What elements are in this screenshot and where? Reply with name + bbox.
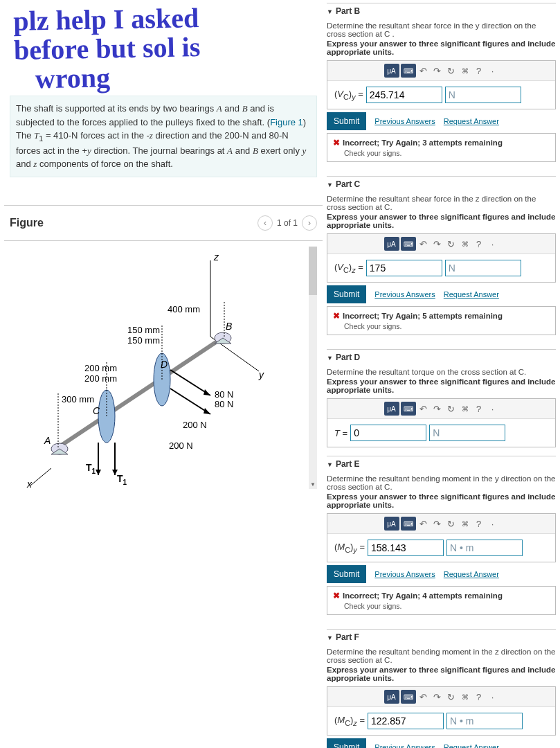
svg-text:400 mm: 400 mm [168, 304, 200, 314]
svg-text:T1: T1 [117, 473, 127, 486]
part-f-submit-button[interactable]: Submit [327, 738, 366, 748]
redo-icon[interactable]: ↷ [431, 691, 444, 703]
part-b-header[interactable]: ▼Part B [327, 6, 556, 16]
part-d-value-input[interactable] [350, 425, 426, 441]
help-icon[interactable]: ? [473, 238, 485, 250]
shortcut-icon[interactable]: ⌘ [459, 691, 471, 703]
incorrect-icon: ✖ [333, 139, 340, 147]
help-icon[interactable]: ? [473, 517, 485, 530]
redo-icon[interactable]: ↷ [431, 64, 444, 77]
templates-icon[interactable]: μA [384, 237, 399, 251]
part-e-request-answer-link[interactable]: Request Answer [444, 570, 499, 578]
svg-text:150 mm: 150 mm [127, 335, 160, 346]
part-b-request-answer-link[interactable]: Request Answer [444, 117, 499, 125]
svg-line-2 [30, 468, 51, 486]
svg-text:80 N: 80 N [215, 389, 233, 400]
more-icon[interactable]: · [487, 402, 499, 415]
part-d-var: T = [334, 428, 347, 438]
part-b-unit-input[interactable]: N [445, 87, 521, 103]
scroll-down-icon[interactable]: ▼ [309, 481, 317, 489]
part-f-prev-answers-link[interactable]: Previous Answers [374, 743, 435, 748]
caret-down-icon: ▼ [327, 461, 333, 468]
figure-title: Figure [10, 217, 44, 229]
part-c-header[interactable]: ▼Part C [327, 179, 556, 189]
part-c: ▼Part C Determine the resultant shear fo… [327, 176, 556, 345]
svg-text:A: A [44, 435, 51, 446]
part-c-submit-button[interactable]: Submit [327, 285, 366, 303]
shortcut-icon[interactable]: ⌘ [459, 517, 471, 530]
templates-icon[interactable]: μA [384, 64, 399, 78]
keyboard-icon[interactable]: ⌨ [401, 64, 416, 78]
figure-svg: z y x A B C D [10, 247, 314, 489]
part-f-unit-input[interactable]: N • m [446, 713, 523, 729]
keyboard-icon[interactable]: ⌨ [401, 517, 416, 531]
svg-text:80 N: 80 N [215, 399, 233, 409]
incorrect-icon: ✖ [333, 591, 340, 600]
part-f-instruction: Express your answer to three significant… [327, 666, 556, 682]
help-icon[interactable]: ? [473, 64, 485, 77]
scrollbar-thumb[interactable] [309, 247, 317, 295]
part-c-unit-input[interactable]: N [445, 260, 521, 276]
part-d-instruction: Express your answer to three significant… [327, 377, 556, 394]
undo-icon[interactable]: ↶ [417, 517, 430, 530]
templates-icon[interactable]: μA [384, 402, 399, 416]
part-b-submit-button[interactable]: Submit [327, 112, 366, 130]
part-b-value-input[interactable] [366, 87, 442, 103]
templates-icon[interactable]: μA [384, 517, 399, 531]
part-e-unit-input[interactable]: N • m [446, 540, 523, 556]
part-b-instruction: Express your answer to three significant… [327, 39, 556, 56]
help-icon[interactable]: ? [473, 402, 485, 415]
reset-icon[interactable]: ↻ [445, 517, 458, 530]
part-e: ▼Part E Determine the resultant bending … [327, 456, 556, 625]
part-e-instruction: Express your answer to three significant… [327, 492, 556, 509]
part-f-request-answer-link[interactable]: Request Answer [444, 743, 499, 748]
part-b-desc: Determine the resultant shear force in t… [327, 21, 556, 38]
part-d-unit-input[interactable]: N [429, 425, 505, 441]
svg-text:200 mm: 200 mm [84, 373, 117, 384]
part-c-request-answer-link[interactable]: Request Answer [444, 290, 499, 299]
part-b-prev-answers-link[interactable]: Previous Answers [374, 117, 435, 125]
shortcut-icon[interactable]: ⌘ [459, 402, 471, 415]
undo-icon[interactable]: ↶ [417, 238, 430, 250]
redo-icon[interactable]: ↷ [431, 517, 444, 530]
undo-icon[interactable]: ↶ [417, 691, 430, 703]
part-d-header[interactable]: ▼Part D [327, 353, 556, 362]
redo-icon[interactable]: ↷ [431, 238, 444, 250]
part-e-prev-answers-link[interactable]: Previous Answers [374, 570, 435, 578]
keyboard-icon[interactable]: ⌨ [401, 402, 416, 416]
part-e-feedback: ✖Incorrect; Try Again; 4 attempts remain… [327, 586, 556, 615]
part-c-value-input[interactable] [366, 260, 442, 276]
reset-icon[interactable]: ↻ [445, 238, 458, 250]
templates-icon[interactable]: μA [384, 690, 399, 704]
part-e-value-input[interactable] [368, 540, 444, 556]
more-icon[interactable]: · [487, 238, 499, 250]
keyboard-icon[interactable]: ⌨ [401, 237, 416, 251]
reset-icon[interactable]: ↻ [445, 64, 458, 77]
reset-icon[interactable]: ↻ [445, 402, 458, 415]
reset-icon[interactable]: ↻ [445, 691, 458, 703]
part-f-value-input[interactable] [368, 713, 444, 729]
shortcut-icon[interactable]: ⌘ [459, 238, 471, 250]
caret-down-icon: ▼ [327, 355, 333, 362]
keyboard-icon[interactable]: ⌨ [401, 690, 416, 704]
undo-icon[interactable]: ↶ [417, 64, 430, 77]
part-f-header[interactable]: ▼Part F [327, 632, 556, 642]
more-icon[interactable]: · [487, 691, 499, 703]
redo-icon[interactable]: ↷ [431, 402, 444, 415]
figure-next-button[interactable]: › [302, 215, 317, 231]
more-icon[interactable]: · [487, 517, 499, 530]
figure-prev-button[interactable]: ‹ [258, 215, 273, 231]
undo-icon[interactable]: ↶ [417, 402, 430, 415]
shortcut-icon[interactable]: ⌘ [459, 64, 471, 77]
figure-link[interactable]: Figure 1 [270, 117, 303, 127]
part-b-input-box: μA ⌨ ↶ ↷ ↻ ⌘ ? · (VC)y = N [327, 60, 556, 109]
part-c-prev-answers-link[interactable]: Previous Answers [374, 290, 435, 299]
help-icon[interactable]: ? [473, 691, 485, 703]
svg-text:B: B [226, 321, 232, 332]
incorrect-icon: ✖ [333, 312, 340, 320]
part-e-header[interactable]: ▼Part E [327, 459, 556, 469]
part-e-desc: Determine the resultant bending moment i… [327, 474, 556, 491]
more-icon[interactable]: · [487, 64, 499, 77]
part-e-submit-button[interactable]: Submit [327, 565, 366, 583]
part-b-feedback: ✖Incorrect; Try Again; 3 attempts remain… [327, 133, 556, 162]
